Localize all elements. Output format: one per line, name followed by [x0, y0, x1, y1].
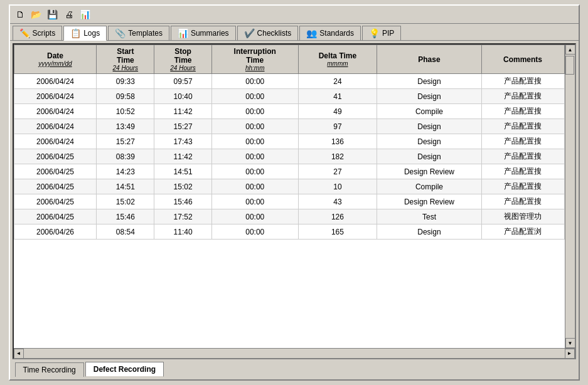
cell-delta: 41	[298, 89, 377, 104]
tab-pip[interactable]: 💡 PIP	[362, 26, 401, 40]
cell-interruption: 00:00	[211, 74, 298, 89]
scroll-down-button[interactable]: ▼	[565, 338, 575, 348]
table-row[interactable]: 2006/04/25 08:39 11:42 00:00 182 Design …	[14, 149, 564, 164]
cell-comments: 视图管理功	[481, 209, 564, 224]
table-row[interactable]: 2006/04/24 13:49 15:27 00:00 97 Design 产…	[14, 119, 564, 134]
cell-delta: 165	[298, 224, 377, 240]
scroll-thumb[interactable]	[565, 56, 574, 75]
cell-date: 2006/04/24	[14, 89, 97, 104]
cell-delta: 126	[298, 209, 377, 224]
tab-standards[interactable]: 👥 Standards	[299, 26, 361, 40]
cell-date: 2006/04/24	[14, 104, 97, 119]
tab-logs[interactable]: 📋 Logs	[63, 26, 107, 41]
cell-date: 2006/04/24	[14, 74, 97, 89]
cell-stop: 15:02	[154, 179, 212, 194]
print-button[interactable]: 🖨	[61, 8, 77, 21]
cell-interruption: 00:00	[211, 164, 298, 179]
cell-date: 2006/04/24	[14, 134, 97, 149]
cell-comments: 产品配置搜	[481, 179, 564, 194]
col-phase: Phase	[377, 45, 481, 74]
toolbar: 🗋 📂 💾 🖨 📊	[10, 6, 579, 24]
col-interruption-time: InterruptionTime hh:mm	[211, 45, 298, 74]
table-row[interactable]: 2006/04/24 09:33 09:57 00:00 24 Design 产…	[14, 74, 564, 89]
cell-phase: Compile	[377, 104, 481, 119]
col-date: Date yyyy/mm/dd	[14, 45, 97, 74]
cell-start: 15:02	[97, 194, 154, 209]
cell-interruption: 00:00	[211, 209, 298, 224]
cell-phase: Design	[377, 134, 481, 149]
cell-stop: 09:57	[154, 74, 212, 89]
chart-button[interactable]: 📊	[78, 8, 93, 21]
tab-templates[interactable]: 📎 Templates	[108, 26, 169, 40]
tab-defect-recording-label: Defect Recording	[94, 365, 156, 374]
cell-start: 15:27	[97, 134, 154, 149]
cell-comments: 产品配置浏	[481, 224, 564, 240]
cell-interruption: 00:00	[211, 119, 298, 134]
tab-checklists-label: Checklists	[257, 29, 292, 38]
print-icon: 🖨	[65, 9, 73, 19]
main-content: Date yyyy/mm/dd StartTime 24 Hours StopT…	[10, 41, 579, 379]
cell-comments: 产品配置搜	[481, 134, 564, 149]
scroll-right-button[interactable]: ►	[565, 349, 575, 359]
cell-date: 2006/04/25	[14, 194, 97, 209]
cell-interruption: 00:00	[211, 224, 298, 240]
cell-phase: Compile	[377, 179, 481, 194]
checklists-icon: ✔️	[244, 28, 255, 38]
col-stop-time: StopTime 24 Hours	[154, 45, 212, 74]
cell-date: 2006/04/25	[14, 209, 97, 224]
cell-date: 2006/04/25	[14, 179, 97, 194]
table-row[interactable]: 2006/04/25 15:02 15:46 00:00 43 Design R…	[14, 194, 564, 209]
cell-comments: 产品配置搜	[481, 194, 564, 209]
data-table: Date yyyy/mm/dd StartTime 24 Hours StopT…	[14, 45, 565, 240]
cell-start: 14:23	[97, 164, 154, 179]
chart-icon: 📊	[80, 9, 90, 19]
tab-defect-recording[interactable]: Defect Recording	[85, 362, 164, 377]
table-row[interactable]: 2006/04/25 15:46 17:52 00:00 126 Test 视图…	[14, 209, 564, 224]
table-row[interactable]: 2006/04/26 08:54 11:40 00:00 165 Design …	[14, 224, 564, 240]
tab-scripts[interactable]: ✏️ Scripts	[13, 26, 63, 40]
table-row[interactable]: 2006/04/25 14:51 15:02 00:00 10 Compile …	[14, 179, 564, 194]
cell-phase: Design	[377, 74, 481, 89]
horizontal-scrollbar[interactable]: ◄ ►	[14, 348, 575, 358]
cell-interruption: 00:00	[211, 104, 298, 119]
table-row[interactable]: 2006/04/24 10:52 11:42 00:00 49 Compile …	[14, 104, 564, 119]
tab-checklists[interactable]: ✔️ Checklists	[237, 26, 299, 40]
cell-start: 13:49	[97, 119, 154, 134]
cell-phase: Design	[377, 119, 481, 134]
cell-stop: 11:42	[154, 149, 212, 164]
cell-delta: 27	[298, 164, 377, 179]
cell-start: 14:51	[97, 179, 154, 194]
cell-interruption: 00:00	[211, 89, 298, 104]
tab-time-recording-label: Time Recording	[23, 366, 76, 374]
open-button[interactable]: 📂	[29, 8, 44, 21]
cell-date: 2006/04/24	[14, 119, 97, 134]
scroll-track[interactable]	[565, 55, 575, 338]
cell-interruption: 00:00	[211, 194, 298, 209]
tab-summaries[interactable]: 📊 Summaries	[171, 26, 236, 40]
tab-scripts-label: Scripts	[33, 29, 56, 38]
scroll-up-button[interactable]: ▲	[565, 45, 575, 55]
tab-time-recording[interactable]: Time Recording	[15, 362, 84, 377]
table-row[interactable]: 2006/04/24 09:58 10:40 00:00 41 Design 产…	[14, 89, 564, 104]
bottom-tabs: Time Recording Defect Recording	[13, 361, 576, 377]
scroll-h-track[interactable]	[24, 349, 565, 358]
table-scroll[interactable]: Date yyyy/mm/dd StartTime 24 Hours StopT…	[14, 45, 575, 348]
cell-interruption: 00:00	[211, 149, 298, 164]
tab-templates-label: Templates	[128, 29, 163, 38]
cell-stop: 11:40	[154, 224, 212, 240]
cell-interruption: 00:00	[211, 179, 298, 194]
cell-start: 08:39	[97, 149, 154, 164]
cell-stop: 15:27	[154, 119, 212, 134]
vertical-scrollbar[interactable]: ▲ ▼	[565, 45, 575, 348]
table-row[interactable]: 2006/04/25 14:23 14:51 00:00 27 Design R…	[14, 164, 564, 179]
cell-comments: 产品配置搜	[481, 104, 564, 119]
save-button[interactable]: 💾	[45, 8, 60, 21]
cell-phase: Test	[377, 209, 481, 224]
table-row[interactable]: 2006/04/24 15:27 17:43 00:00 136 Design …	[14, 134, 564, 149]
scroll-left-button[interactable]: ◄	[14, 349, 24, 359]
cell-phase: Design	[377, 149, 481, 164]
cell-phase: Design	[377, 89, 481, 104]
open-icon: 📂	[31, 9, 41, 19]
new-button[interactable]: 🗋	[13, 8, 28, 21]
cell-comments: 产品配置搜	[481, 74, 564, 89]
